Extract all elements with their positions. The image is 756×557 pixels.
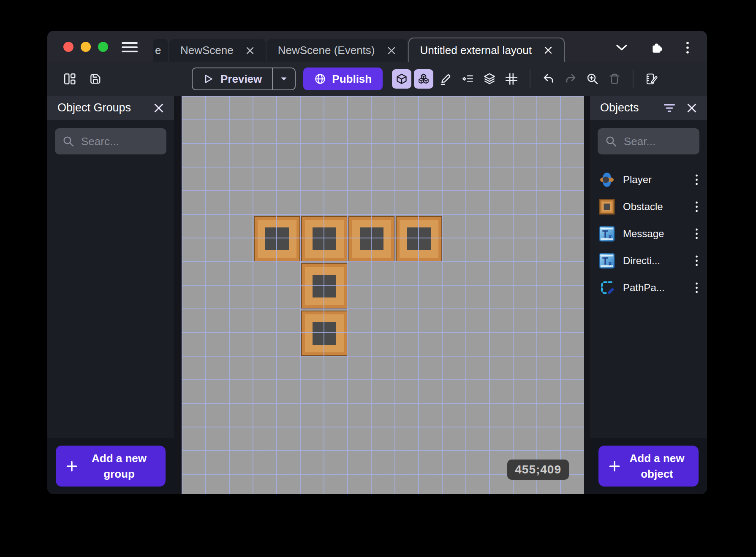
scene-canvas[interactable]: 455;409: [182, 96, 584, 494]
add-group-label: Add a new group: [82, 451, 156, 481]
object-item-message[interactable]: Tx Message: [590, 220, 707, 247]
plus-icon: [65, 460, 79, 473]
search-icon: [63, 135, 74, 147]
obstacle-instance[interactable]: [348, 216, 395, 262]
object-search-input[interactable]: [624, 135, 692, 148]
object-item-obstacle[interactable]: Obstacle: [590, 193, 707, 220]
project-manager-icon[interactable]: [60, 69, 79, 89]
publish-button[interactable]: Publish: [303, 68, 383, 90]
cursor-coordinates-badge: 455;409: [507, 460, 569, 480]
preview-dropdown-button[interactable]: [273, 68, 295, 89]
svg-text:T: T: [602, 256, 608, 267]
object-menu-icon[interactable]: [691, 255, 702, 267]
caret-down-icon: [280, 77, 287, 81]
object-item-pathpaint[interactable]: PathPa...: [590, 274, 707, 301]
layers-icon[interactable]: [480, 69, 499, 89]
edit-pencil-icon[interactable]: [436, 69, 455, 89]
text-object-icon: Tx: [598, 225, 615, 242]
filter-icon[interactable]: [664, 103, 675, 113]
chevron-down-icon[interactable]: [616, 44, 628, 51]
preview-label: Preview: [220, 73, 262, 86]
redo-icon[interactable]: [561, 69, 580, 89]
object-item-directions[interactable]: Tx Directi...: [590, 247, 707, 274]
zoom-in-icon[interactable]: [583, 69, 602, 89]
tab-untitled-external-layout[interactable]: Untitled external layout: [408, 38, 565, 62]
object-groups-panel: Object Groups Add a new group: [47, 96, 174, 494]
toolbar: Preview Publish: [47, 62, 707, 96]
tab-strip: e NewScene NewScene (Events) Untitled ex…: [153, 38, 565, 62]
tiles-layer: [182, 96, 584, 494]
trash-icon[interactable]: [605, 69, 624, 89]
objects-cubes-tool-icon[interactable]: [414, 69, 433, 89]
tab-newscene[interactable]: NewScene: [169, 39, 266, 62]
obstacle-instance[interactable]: [254, 216, 300, 262]
obstacle-instance[interactable]: [301, 216, 348, 262]
path-paint-icon: [598, 279, 615, 296]
objects-title: Objects: [600, 101, 652, 114]
publish-label: Publish: [332, 73, 372, 86]
object-menu-icon[interactable]: [691, 228, 702, 240]
content-area: Object Groups Add a new group: [47, 96, 707, 494]
svg-text:x: x: [609, 260, 612, 267]
obstacle-instance[interactable]: [301, 263, 348, 309]
object-menu-icon[interactable]: [691, 282, 702, 294]
tab-close-icon[interactable]: [544, 46, 553, 55]
svg-text:x: x: [609, 233, 612, 240]
search-icon: [605, 135, 617, 147]
close-panel-icon[interactable]: [687, 103, 697, 113]
add-object-button[interactable]: Add a new object: [598, 446, 699, 487]
group-search-input[interactable]: [81, 135, 159, 148]
zoom-window-button[interactable]: [98, 42, 108, 52]
add-group-button[interactable]: Add a new group: [56, 446, 166, 487]
play-icon: [203, 73, 214, 84]
tab-close-icon[interactable]: [245, 46, 255, 55]
close-window-button[interactable]: [63, 42, 73, 52]
save-icon[interactable]: [85, 69, 105, 89]
object-search-box[interactable]: [598, 128, 699, 154]
undo-icon[interactable]: [539, 69, 558, 89]
properties-notebook-edit-icon[interactable]: [642, 69, 661, 89]
gdevelop-window: e NewScene NewScene (Events) Untitled ex…: [47, 31, 707, 494]
player-icon: [598, 171, 615, 188]
tab-newscene-events[interactable]: NewScene (Events): [267, 39, 407, 62]
tab-hidden-partial[interactable]: e: [153, 39, 168, 62]
kebab-menu-icon[interactable]: [686, 41, 689, 54]
object-menu-icon[interactable]: [691, 201, 702, 213]
tab-label: e: [155, 44, 161, 57]
tab-label: NewScene: [180, 44, 234, 57]
close-panel-icon[interactable]: [154, 103, 164, 113]
3d-box-tool-icon[interactable]: [392, 69, 411, 89]
traffic-lights: [63, 42, 108, 52]
instances-list-icon[interactable]: [458, 69, 477, 89]
object-groups-title: Object Groups: [57, 101, 142, 114]
grid-icon[interactable]: [502, 69, 521, 89]
main-menu-icon[interactable]: [122, 42, 138, 52]
preview-button[interactable]: Preview: [192, 68, 296, 90]
obstacle-instance[interactable]: [396, 216, 442, 262]
object-item-player[interactable]: Player: [590, 166, 707, 193]
obstacle-instance[interactable]: [301, 311, 348, 356]
tab-close-icon[interactable]: [387, 46, 396, 55]
obstacle-icon: [598, 198, 615, 215]
group-search-box[interactable]: [55, 128, 166, 154]
add-object-label: Add a new object: [625, 451, 689, 481]
svg-text:T: T: [602, 229, 608, 240]
tab-label: Untitled external layout: [420, 44, 532, 57]
objects-panel: Objects Player: [590, 96, 707, 494]
objects-list: Player Obstacle Tx Message Tx: [590, 163, 707, 305]
minimize-window-button[interactable]: [81, 42, 91, 52]
text-object-icon: Tx: [598, 252, 615, 269]
object-menu-icon[interactable]: [691, 174, 702, 186]
plus-icon: [608, 460, 621, 473]
title-bar: e NewScene NewScene (Events) Untitled ex…: [47, 31, 707, 62]
extensions-puzzle-icon[interactable]: [650, 41, 663, 54]
tab-label: NewScene (Events): [278, 44, 375, 57]
globe-icon: [314, 73, 326, 85]
